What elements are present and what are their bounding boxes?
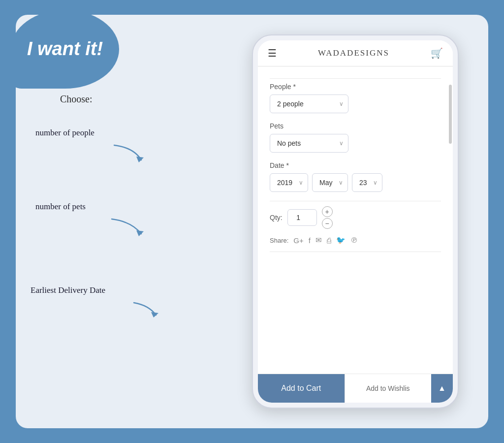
qty-buttons: + −	[322, 206, 333, 229]
menu-icon[interactable]: ☰	[268, 47, 277, 59]
facebook-icon[interactable]: f	[309, 236, 311, 245]
month-select[interactable]: JanFebMarApr MayJunJulAug SepOctNovDec	[312, 173, 348, 192]
google-plus-icon[interactable]: G+	[293, 236, 303, 245]
twitter-icon[interactable]: 🐦	[336, 236, 346, 245]
title-bubble: I want it!	[11, 10, 119, 89]
add-to-cart-button[interactable]: Add to Cart	[258, 374, 345, 403]
divider-mid	[270, 201, 441, 201]
store-title: WADADESIGNS	[318, 48, 389, 58]
pinterest-icon[interactable]: ℗	[350, 236, 358, 245]
people-select[interactable]: 1 person 2 people 3 people 4 people 5 pe…	[270, 95, 348, 113]
people-arrow	[35, 138, 144, 167]
month-select-wrapper: JanFebMarApr MayJunJulAug SepOctNovDec	[312, 173, 348, 192]
share-label: Share:	[270, 237, 288, 244]
annotation-choose: Choose:	[60, 94, 93, 105]
day-select[interactable]: 12345 678910 1112131415 1617181920 21222…	[352, 173, 382, 192]
main-card: I want it! Choose: number of people numb…	[16, 15, 488, 428]
day-select-wrapper: 12345 678910 1112131415 1617181920 21222…	[352, 173, 382, 192]
cart-icon[interactable]: 🛒	[431, 47, 443, 59]
pets-select-wrapper: No pets 1 pet 2 pets 3 pets	[270, 134, 348, 153]
annotation-pets: number of pets	[35, 202, 144, 241]
email-icon[interactable]: ✉	[315, 236, 322, 245]
divider-bottom	[270, 252, 441, 252]
pets-arrow	[35, 212, 144, 241]
pets-field-label: Pets	[270, 122, 441, 130]
date-row: 2019 2020 2021 JanFebMarApr MayJunJulAug…	[270, 173, 441, 192]
svg-marker-1	[136, 230, 144, 236]
navbar: ☰ WADADESIGNS 🛒	[258, 40, 453, 66]
svg-marker-2	[151, 312, 158, 317]
date-arrow	[31, 295, 158, 320]
date-field-label: Date *	[270, 161, 441, 169]
phone-inner: ☰ WADADESIGNS 🛒 People * 1 person 2 peop…	[258, 40, 453, 403]
phone-mockup: ☰ WADADESIGNS 🛒 People * 1 person 2 peop…	[252, 34, 459, 409]
annotation-date: Earliest Delivery Date	[31, 285, 158, 320]
qty-input[interactable]	[287, 209, 317, 226]
pets-select[interactable]: No pets 1 pet 2 pets 3 pets	[270, 134, 348, 153]
scrollbar[interactable]	[449, 85, 452, 144]
form-content: People * 1 person 2 people 3 people 4 pe…	[258, 66, 453, 374]
pets-group: Pets No pets 1 pet 2 pets 3 pets	[270, 122, 441, 153]
qty-label: Qty:	[270, 214, 283, 222]
date-label: Earliest Delivery Date	[31, 285, 105, 295]
print-icon[interactable]: ⎙	[327, 236, 331, 245]
qty-row: Qty: + −	[270, 206, 441, 229]
people-select-wrapper: 1 person 2 people 3 people 4 people 5 pe…	[270, 95, 348, 113]
add-to-wishlist-button[interactable]: Add to Wishlis	[345, 374, 432, 403]
divider-top	[270, 78, 441, 79]
svg-marker-0	[136, 157, 144, 162]
year-select[interactable]: 2019 2020 2021	[270, 173, 308, 192]
qty-increment[interactable]: +	[322, 206, 333, 217]
people-label: number of people	[35, 128, 94, 137]
pets-label: number of pets	[35, 202, 86, 211]
people-field-label: People *	[270, 83, 441, 91]
scroll-top-button[interactable]: ▲	[431, 374, 453, 403]
share-row: Share: G+ f ✉ ⎙ 🐦 ℗	[270, 236, 441, 245]
title-text: I want it!	[27, 39, 103, 60]
people-group: People * 1 person 2 people 3 people 4 pe…	[270, 83, 441, 113]
annotation-people: number of people	[35, 128, 144, 167]
bottom-buttons: Add to Cart Add to Wishlis ▲	[258, 374, 453, 403]
date-group: Date * 2019 2020 2021 JanFebMarApr	[270, 161, 441, 192]
qty-decrement[interactable]: −	[322, 218, 333, 229]
year-select-wrapper: 2019 2020 2021	[270, 173, 308, 192]
choose-label: Choose:	[60, 94, 93, 104]
